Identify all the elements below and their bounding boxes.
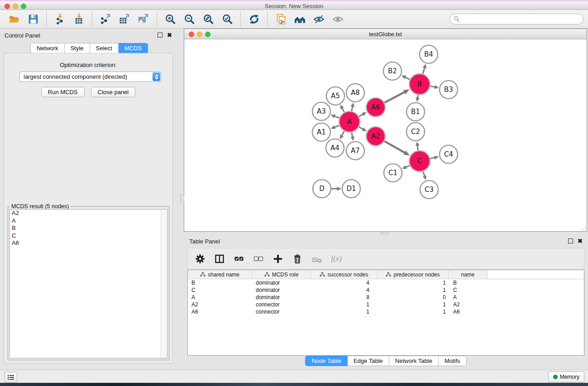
table-row[interactable]: Bdominator41B xyxy=(188,279,584,286)
float-panel-icon[interactable] xyxy=(158,33,163,38)
tab-network[interactable]: Network xyxy=(30,43,65,53)
zoom-fit-button[interactable] xyxy=(199,11,218,27)
main-toolbar xyxy=(0,10,588,29)
deselect-all-button[interactable] xyxy=(253,253,264,265)
table-settings-button[interactable] xyxy=(194,253,206,265)
column-header-name[interactable]: name xyxy=(449,270,488,279)
edge-B-B2[interactable] xyxy=(405,77,410,80)
table-cell[interactable]: 1 xyxy=(378,286,449,294)
mcds-result-item[interactable]: A2 xyxy=(10,210,167,217)
tab-mcds[interactable]: MCDS xyxy=(119,43,148,53)
import-table-button[interactable] xyxy=(69,11,88,27)
new-network-from-selection-button[interactable] xyxy=(271,11,290,27)
tab-style[interactable]: Style xyxy=(65,43,90,53)
zoom-out-button[interactable] xyxy=(180,11,199,27)
table-row[interactable]: A2connector11A2 xyxy=(188,301,584,308)
edge-B-B4[interactable] xyxy=(423,67,425,74)
search-field[interactable] xyxy=(449,14,583,24)
hide-selected-button[interactable] xyxy=(309,11,328,27)
apply-preferred-layout-button[interactable] xyxy=(244,11,263,27)
table-cell[interactable]: A6 xyxy=(188,308,252,315)
tab-node-table[interactable]: Node Table xyxy=(305,356,348,366)
mcds-result-item[interactable]: B xyxy=(10,224,167,232)
table-cell[interactable] xyxy=(488,294,584,301)
first-neighbors-button[interactable] xyxy=(290,11,309,27)
float-table-panel-icon[interactable] xyxy=(568,238,573,243)
table-cell[interactable]: dominator xyxy=(252,286,311,294)
tab-motifs[interactable]: Motifs xyxy=(439,356,467,366)
table-row[interactable]: Adominator80A xyxy=(188,294,584,301)
table-cell[interactable] xyxy=(488,279,584,286)
export-table-button[interactable] xyxy=(115,11,134,27)
table-cell[interactable]: B xyxy=(449,279,488,286)
table-cell[interactable]: A2 xyxy=(449,301,488,308)
close-panel-button[interactable]: Close panel xyxy=(91,87,136,97)
memory-button[interactable]: Memory xyxy=(548,372,584,382)
mcds-result-item[interactable]: A xyxy=(10,217,167,225)
table-cell[interactable]: 0 xyxy=(378,294,449,301)
edge-A6-B[interactable] xyxy=(385,92,406,103)
criterion-select[interactable]: largest connected component (directed) xyxy=(19,71,161,82)
edge-A2-C[interactable] xyxy=(384,141,406,153)
run-mcds-button[interactable]: Run MCDS xyxy=(41,87,85,97)
result-list-scrollbar[interactable] xyxy=(161,210,167,358)
table-cell[interactable]: connector xyxy=(252,308,311,315)
tab-network-table[interactable]: Network Table xyxy=(389,356,439,366)
table-cell[interactable]: 1 xyxy=(378,279,449,286)
table-row[interactable]: A6connector11A6 xyxy=(188,308,584,315)
show-all-button[interactable] xyxy=(328,11,347,27)
task-history-button[interactable] xyxy=(5,372,17,382)
table-cell[interactable]: 4 xyxy=(311,279,378,286)
column-header-shared-name[interactable]: shared name xyxy=(188,270,252,279)
table-cell[interactable]: 1 xyxy=(378,301,449,308)
save-session-button[interactable] xyxy=(24,11,43,27)
zoom-selected-button[interactable] xyxy=(218,11,237,27)
column-header-MCDS-role[interactable]: MCDS role xyxy=(252,270,311,279)
table-cell[interactable]: A xyxy=(449,294,488,301)
vertical-splitter-grip[interactable] xyxy=(180,195,184,202)
table-cell[interactable] xyxy=(488,286,584,294)
search-input[interactable] xyxy=(462,15,577,23)
zoom-in-button[interactable] xyxy=(161,11,180,27)
toggle-columns-button[interactable] xyxy=(214,253,225,265)
table-cell[interactable] xyxy=(488,301,584,308)
tab-select[interactable]: Select xyxy=(90,43,119,53)
add-column-button[interactable] xyxy=(272,253,284,265)
table-cell[interactable]: 4 xyxy=(311,286,378,294)
table-cell[interactable]: A6 xyxy=(449,308,488,315)
delete-columns-button[interactable] xyxy=(292,253,303,265)
select-all-button[interactable] xyxy=(233,253,245,265)
mcds-result-item[interactable]: C xyxy=(10,232,167,240)
table-cell[interactable] xyxy=(488,308,584,315)
tab-edge-table[interactable]: Edge Table xyxy=(348,356,389,366)
mcds-result-list[interactable]: A2ABCA6 xyxy=(10,209,167,358)
node-label-C1: C1 xyxy=(388,169,397,177)
mcds-result-item[interactable]: A6 xyxy=(10,239,167,247)
table-cell[interactable]: 1 xyxy=(311,308,378,315)
import-network-button[interactable] xyxy=(50,11,69,27)
close-panel-icon[interactable]: ✖ xyxy=(167,33,172,38)
deselect-all-icon xyxy=(253,254,263,264)
close-table-panel-icon[interactable]: ✖ xyxy=(578,239,583,243)
network-graph-canvas[interactable]: B4B2BB3A8A5A6B1A3AC2A1A2A4A7C4CC1C3DD1 xyxy=(184,39,587,231)
export-image-button[interactable] xyxy=(134,11,153,27)
table-cell[interactable]: C xyxy=(449,286,488,294)
table-cell[interactable]: connector xyxy=(252,301,311,308)
network-window-titlebar[interactable]: testGlobe.txt xyxy=(184,29,587,39)
table-cell[interactable]: 1 xyxy=(311,301,378,308)
column-header-predecessor-nodes[interactable]: predecessor nodes xyxy=(378,270,449,279)
open-session-button[interactable] xyxy=(5,11,24,27)
export-network-button[interactable] xyxy=(96,11,115,27)
table-cell[interactable]: dominator xyxy=(252,294,311,301)
table-cell[interactable]: A xyxy=(188,294,252,301)
horizontal-splitter-grip[interactable] xyxy=(381,232,388,235)
table-cell[interactable]: C xyxy=(188,286,252,294)
os-titlebar[interactable]: Session: New Session xyxy=(0,0,588,10)
table-cell[interactable]: 1 xyxy=(378,308,449,315)
table-cell[interactable]: A2 xyxy=(188,301,252,308)
column-header-successor-nodes[interactable]: successor nodes xyxy=(311,270,378,279)
table-cell[interactable]: dominator xyxy=(252,279,311,286)
table-row[interactable]: Cdominator41C xyxy=(188,286,584,294)
table-cell[interactable]: B xyxy=(188,279,252,286)
table-cell[interactable]: 8 xyxy=(311,294,378,301)
